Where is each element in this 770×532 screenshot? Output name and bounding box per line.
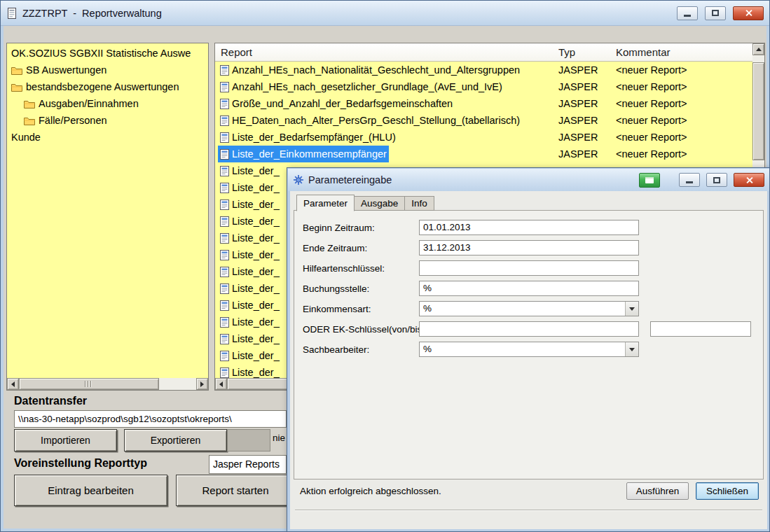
main-titlebar[interactable]: ZZZTRPT - Reportverwaltung <box>1 1 769 26</box>
field-label: Einkommensart: <box>303 304 371 314</box>
scroll-left-button[interactable] <box>215 378 227 390</box>
field-label: Beginn Zeitraum: <box>303 223 375 233</box>
export-button[interactable]: Exportieren <box>124 429 227 451</box>
field-label: ODER EK-Schlüssel(von/bis): <box>303 324 428 335</box>
dropdown-field[interactable]: % <box>419 301 639 316</box>
field-label: Hilfeartenschlüssel: <box>303 263 385 274</box>
tab-ausgabe[interactable]: Ausgabe <box>354 196 405 211</box>
text-field-secondary[interactable] <box>650 321 751 337</box>
column-header-typ[interactable]: Typ <box>558 43 575 62</box>
report-name: Liste_der_ <box>232 266 280 277</box>
table-row[interactable]: Liste_der_EinkommensempfängerJASPER<neue… <box>215 146 752 162</box>
report-name: Liste_der_ <box>232 199 280 210</box>
text-field[interactable]: 01.01.2013 <box>419 220 639 235</box>
field-value: 01.01.2013 <box>423 222 471 232</box>
schliessen-button[interactable]: Schließen <box>696 482 759 500</box>
report-cell: Liste_der_ <box>218 230 282 246</box>
import-button[interactable]: Importieren <box>14 429 117 451</box>
scrollbar-thumb[interactable] <box>19 378 159 390</box>
report-icon <box>220 300 229 311</box>
table-row[interactable]: Liste_der_Bedarfsempfänger_(HLU)JASPER<n… <box>215 129 752 146</box>
table-row[interactable]: Anzahl_HEs_nach_Nationalität_Geschlecht_… <box>215 62 752 78</box>
dialog-maximize-button[interactable] <box>706 173 727 187</box>
tree-horizontal-scrollbar[interactable] <box>7 378 208 390</box>
table-row[interactable]: HE_Daten_nach_Alter_PersGrp_Geschl_Stell… <box>215 112 752 129</box>
table-row[interactable]: Anzahl_HEs_nach_gesetzlicher_Grundlage_(… <box>215 78 752 95</box>
report-name: Liste_der_ <box>232 316 280 328</box>
tab-parameter[interactable]: Parameter <box>296 195 355 211</box>
arrow-right-icon <box>200 382 204 387</box>
folder-icon <box>11 66 22 75</box>
typ-cell: JASPER <box>558 129 598 146</box>
report-cell: Liste_der_ <box>218 364 282 378</box>
main-window: ZZZTRPT - Reportverwaltung OK.SOZIUS SGB… <box>0 0 770 532</box>
tab-info[interactable]: Info <box>404 196 434 211</box>
scroll-up-button[interactable] <box>752 43 764 55</box>
form-field-row: ODER EK-Schlüssel(von/bis): <box>294 321 763 342</box>
grip-icon <box>85 381 92 387</box>
scrollbar-thumb[interactable] <box>752 62 764 160</box>
report-icon <box>220 284 229 294</box>
report-cell: HE_Daten_nach_Alter_PersGrp_Geschl_Stell… <box>218 112 522 129</box>
tree-item[interactable]: Kunde <box>8 129 207 146</box>
print-button[interactable] <box>639 173 660 188</box>
folder-icon <box>11 83 22 92</box>
text-field[interactable] <box>419 321 639 337</box>
dialog-minimize-button[interactable] <box>679 173 700 187</box>
tree-item[interactable]: OK.SOZIUS SGBXII Statistische Auswe <box>8 45 207 62</box>
form-field-row: Ende Zeitraum:31.12.2013 <box>294 240 763 260</box>
close-button[interactable] <box>733 6 764 20</box>
folder-icon <box>24 116 35 125</box>
reporttype-field[interactable]: Jasper Reports <box>209 455 287 474</box>
table-row[interactable]: Größe_und_Anzahl_der_Bedarfsgemeinschaft… <box>215 95 752 112</box>
report-name: Liste_der_Bedarfsempfänger_(HLU) <box>232 132 396 143</box>
dropdown-field[interactable]: % <box>419 342 639 357</box>
window-title: ZZZTRPT - Reportverwaltung <box>22 8 670 19</box>
close-icon <box>745 9 752 17</box>
dialog-close-button[interactable] <box>734 173 764 187</box>
report-cell: Anzahl_HEs_nach_Nationalität_Geschlecht_… <box>218 62 522 78</box>
ausfuehren-button[interactable]: Ausführen <box>626 482 689 500</box>
minimize-button[interactable] <box>677 6 698 20</box>
kommentar-cell: <neuer Report> <box>616 78 687 95</box>
transfer-path-value: \\nas-30-netapp\sozprod\sgb12\sozoptst\o… <box>18 414 232 424</box>
text-field[interactable]: 31.12.2013 <box>419 240 639 255</box>
tree-item-label: Kunde <box>11 132 41 143</box>
tree-item-label: bestandsbezogene Auswertungen <box>26 81 179 92</box>
report-cell: Liste_der_ <box>218 297 282 314</box>
dialog-titlebar[interactable]: Parametereingabe <box>288 169 769 191</box>
text-field[interactable] <box>419 260 639 276</box>
tree-item[interactable]: bestandsbezogene Auswertungen <box>8 78 207 95</box>
scrollbar-track[interactable] <box>19 378 196 390</box>
report-name: Liste_der_ <box>232 249 280 260</box>
typ-cell: JASPER <box>558 95 598 112</box>
field-value: % <box>423 283 432 293</box>
app-document-icon <box>6 8 18 19</box>
scroll-right-button[interactable] <box>196 378 208 390</box>
report-cell: Liste_der_ <box>218 263 282 280</box>
field-label: Ende Zeitraum: <box>303 243 367 253</box>
field-value: 31.12.2013 <box>423 242 471 253</box>
column-header-kommentar[interactable]: Kommentar <box>616 43 671 62</box>
tree-item[interactable]: SB Auswertungen <box>8 62 207 78</box>
tree-item-label: Fälle/Personen <box>39 115 107 126</box>
dialog-client: ParameterAusgabeInfo Beginn Zeitraum:01.… <box>290 191 767 529</box>
transfer-path-field[interactable]: \\nas-30-netapp\sozprod\sgb12\sozoptst\o… <box>14 410 287 428</box>
edit-entry-button[interactable]: Eintrag bearbeiten <box>14 475 167 506</box>
maximize-button[interactable] <box>705 6 726 20</box>
report-icon <box>220 317 229 328</box>
report-cell: Liste_der_Einkommensempfänger <box>218 146 389 162</box>
kommentar-cell: <neuer Report> <box>616 146 687 162</box>
typ-cell: JASPER <box>558 78 598 95</box>
tree-item[interactable]: Fälle/Personen <box>8 112 207 129</box>
scroll-left-button[interactable] <box>7 378 19 390</box>
tree-item[interactable]: Ausgaben/Einnahmen <box>8 95 207 112</box>
report-name: Liste_der_ <box>232 216 280 227</box>
report-icon <box>220 132 229 143</box>
text-field[interactable]: % <box>419 281 639 296</box>
report-name: Liste_der_Einkommensempfänger <box>232 148 387 160</box>
report-name: Liste_der_ <box>232 350 280 361</box>
report-cell: Liste_der_ <box>218 330 282 347</box>
column-header-report[interactable]: Report <box>221 43 252 62</box>
start-report-button[interactable]: Report starten <box>176 475 295 506</box>
